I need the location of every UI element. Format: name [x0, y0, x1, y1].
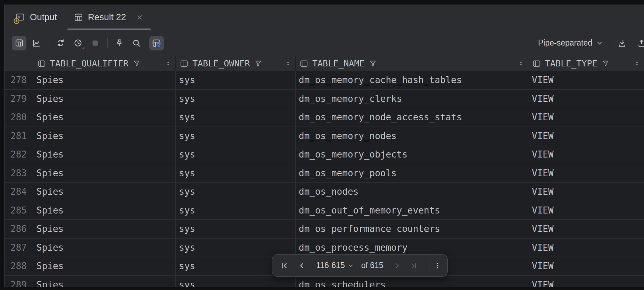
- cell-type[interactable]: VIEW: [528, 108, 644, 127]
- column-label: TABLE_OWNER: [192, 58, 250, 69]
- search-button[interactable]: [129, 36, 144, 50]
- row-number[interactable]: 281: [5, 127, 33, 145]
- previous-page-icon[interactable]: [297, 261, 306, 270]
- cell-name[interactable]: dm_os_schedulers: [296, 276, 528, 287]
- filter-icon[interactable]: [601, 59, 610, 68]
- cell-owner[interactable]: sys: [176, 201, 296, 220]
- cell-name[interactable]: dm_os_memory_clerks: [296, 90, 528, 108]
- cell-owner[interactable]: sys: [176, 164, 296, 183]
- cell-owner[interactable]: sys: [176, 108, 296, 127]
- sort-icon[interactable]: [633, 60, 641, 67]
- cell-name[interactable]: dm_os_memory_pools: [296, 164, 528, 183]
- cell-name[interactable]: dm_os_performance_counters: [296, 220, 528, 238]
- table-icon: [74, 13, 83, 22]
- cell-type[interactable]: VIEW: [528, 90, 644, 108]
- filter-icon[interactable]: [369, 59, 377, 68]
- cell-owner[interactable]: sys: [176, 127, 296, 145]
- column-header-type[interactable]: TABLE_TYPE: [528, 56, 644, 71]
- cell-owner[interactable]: sys: [176, 220, 296, 238]
- cell-name[interactable]: dm_os_nodes: [296, 183, 528, 201]
- row-number[interactable]: 286: [5, 220, 33, 238]
- cell-type[interactable]: VIEW: [528, 220, 644, 238]
- cell-type[interactable]: VIEW: [528, 201, 644, 220]
- cell-qualifier[interactable]: Spies: [33, 108, 176, 127]
- row-number[interactable]: 283: [5, 164, 33, 183]
- kebab-menu-icon[interactable]: [433, 261, 441, 270]
- cell-name[interactable]: dm_os_memory_nodes: [296, 127, 528, 145]
- query-history-button[interactable]: [71, 36, 85, 50]
- chevron-down-icon[interactable]: [347, 262, 354, 269]
- cell-qualifier[interactable]: Spies: [33, 127, 176, 145]
- column-label: TABLE_QUALIFIER: [50, 58, 129, 69]
- chevron-down-icon[interactable]: [596, 39, 603, 47]
- tab-output[interactable]: Output: [15, 5, 57, 30]
- cell-owner[interactable]: sys: [176, 145, 296, 164]
- output-terminal-icon: [15, 12, 25, 23]
- row-number[interactable]: 278: [5, 71, 33, 89]
- row-number[interactable]: 288: [5, 257, 33, 275]
- column-icon: [37, 59, 46, 68]
- column-label: TABLE_NAME: [312, 58, 365, 69]
- row-number[interactable]: 280: [5, 108, 33, 127]
- cell-owner[interactable]: sys: [176, 183, 296, 201]
- cell-qualifier[interactable]: Spies: [33, 201, 176, 220]
- tab-result-label: Result 22: [88, 12, 126, 23]
- filter-icon[interactable]: [132, 59, 141, 68]
- tab-result[interactable]: Result 22: [74, 5, 143, 30]
- column-header-owner[interactable]: TABLE_OWNER: [176, 56, 296, 71]
- filter-icon[interactable]: [254, 59, 263, 68]
- cell-owner[interactable]: sys: [176, 71, 296, 89]
- cell-qualifier[interactable]: Spies: [33, 145, 176, 164]
- cell-type[interactable]: VIEW: [528, 239, 644, 257]
- row-number[interactable]: 284: [5, 183, 33, 201]
- row-number[interactable]: 287: [5, 239, 33, 257]
- upload-icon[interactable]: [634, 36, 644, 50]
- table-view-button[interactable]: [12, 36, 26, 50]
- column-header-qualifier[interactable]: TABLE_QUALIFIER: [33, 56, 176, 71]
- column-header-name[interactable]: TABLE_NAME: [296, 56, 528, 71]
- cell-name[interactable]: dm_os_out_of_memory_events: [296, 201, 528, 220]
- cell-type[interactable]: VIEW: [528, 127, 644, 145]
- close-icon[interactable]: [136, 14, 143, 21]
- cell-type[interactable]: VIEW: [528, 276, 644, 287]
- cell-owner[interactable]: sys: [176, 276, 296, 287]
- cell-qualifier[interactable]: Spies: [33, 276, 176, 287]
- cell-name[interactable]: dm_os_memory_cache_hash_tables: [296, 71, 528, 89]
- table-row: 281Spiessysdm_os_memory_nodesVIEW: [5, 127, 644, 146]
- cell-qualifier[interactable]: Spies: [33, 239, 176, 257]
- cell-qualifier[interactable]: Spies: [33, 71, 176, 89]
- row-number[interactable]: 279: [5, 90, 33, 108]
- cell-type[interactable]: VIEW: [528, 71, 644, 89]
- cell-name[interactable]: dm_os_memory_node_access_stats: [296, 108, 528, 127]
- total-rows-label: of 615: [361, 261, 383, 270]
- row-number[interactable]: 289: [5, 276, 33, 287]
- export-format-select[interactable]: Pipe-separated: [538, 38, 592, 48]
- sort-icon[interactable]: [284, 60, 292, 67]
- row-number[interactable]: 285: [5, 201, 33, 220]
- toolbar-separator: [609, 38, 609, 48]
- column-icon: [299, 59, 308, 68]
- first-page-icon[interactable]: [280, 261, 289, 270]
- next-page-icon: [393, 261, 402, 270]
- cell-qualifier[interactable]: Spies: [33, 90, 176, 108]
- cell-qualifier[interactable]: Spies: [33, 257, 176, 275]
- page-range-select[interactable]: 116-615: [316, 261, 345, 270]
- filter-rows-button[interactable]: [149, 36, 164, 50]
- pin-tab-button[interactable]: [112, 36, 126, 50]
- download-icon[interactable]: [615, 36, 629, 50]
- cell-qualifier[interactable]: Spies: [33, 164, 176, 183]
- cell-qualifier[interactable]: Spies: [33, 183, 176, 201]
- cell-qualifier[interactable]: Spies: [33, 220, 176, 238]
- cell-owner[interactable]: sys: [176, 90, 296, 108]
- row-number[interactable]: 282: [5, 145, 33, 164]
- refresh-button[interactable]: [53, 36, 68, 50]
- sort-icon[interactable]: [165, 60, 172, 67]
- sort-icon[interactable]: [517, 60, 525, 67]
- chart-view-button[interactable]: [29, 36, 44, 50]
- cell-type[interactable]: VIEW: [528, 183, 644, 201]
- cell-type[interactable]: VIEW: [528, 145, 644, 164]
- output-badge-icon: [14, 18, 19, 24]
- cell-name[interactable]: dm_os_memory_objects: [296, 145, 528, 164]
- cell-type[interactable]: VIEW: [528, 164, 644, 183]
- cell-type[interactable]: VIEW: [528, 257, 644, 275]
